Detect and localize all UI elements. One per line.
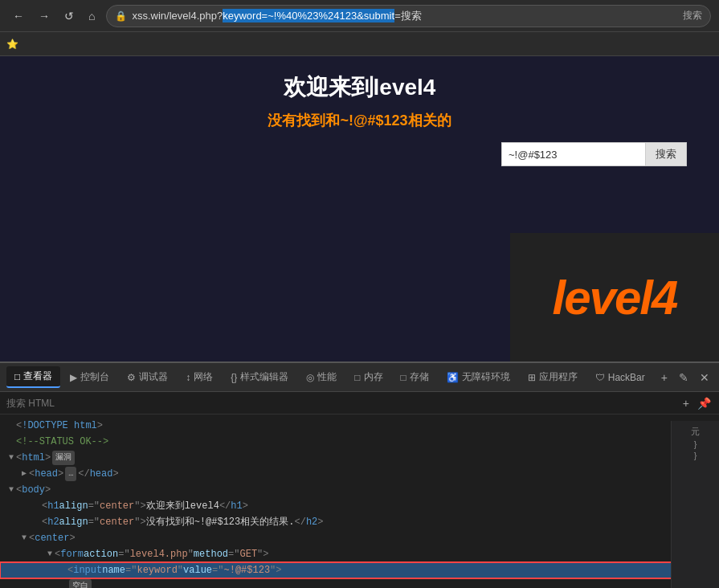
bookmarks-bar: ⭐ xyxy=(0,32,719,56)
tab-hackbar[interactable]: 🛡 HackBar xyxy=(587,369,653,386)
tab-memory[interactable]: □ 内存 xyxy=(346,367,390,387)
search-button[interactable]: 搜索 xyxy=(646,142,687,166)
html-line-h2: <h2 align="center" > 没有找到和~!@#$123相关的结果.… xyxy=(0,514,719,530)
url-suffix: =搜索 xyxy=(394,10,422,22)
accessibility-icon: ♿ xyxy=(447,372,459,383)
url-highlight: keyword=~!%40%23%24123&submit xyxy=(223,9,394,22)
add-button[interactable]: + xyxy=(658,370,671,386)
tab-inspector[interactable]: □ 查看器 xyxy=(6,366,60,388)
tab-network[interactable]: ↕ 网络 xyxy=(178,367,221,387)
search-html-input[interactable] xyxy=(6,398,675,409)
tab-performance[interactable]: ◎ 性能 xyxy=(298,367,345,387)
right-label-1: 元 xyxy=(691,426,700,438)
html-line-body: ▼ <body> xyxy=(0,482,719,498)
browser-chrome: ← → ↺ ⌂ 🔒 xss.win/level4.php?keyword=~!%… xyxy=(0,0,719,32)
devtools-toolbar: □ 查看器 ▶ 控制台 ⚙ 调试器 ↕ 网络 {} 样式编辑器 ◎ 性能 □ 内… xyxy=(0,363,719,392)
back-button[interactable]: ← xyxy=(8,6,29,26)
whitespace-badge[interactable]: 空白 xyxy=(69,579,92,588)
address-bar-container[interactable]: 🔒 xss.win/level4.php?keyword=~!%40%23%24… xyxy=(106,5,711,27)
right-panel: 元 } } xyxy=(671,421,719,588)
tab-console[interactable]: ▶ 控制台 xyxy=(62,367,117,387)
tab-accessibility[interactable]: ♿ 无障碍环境 xyxy=(439,367,518,387)
search-html-actions: + 📌 xyxy=(681,395,713,411)
html-line-form: ▼ <form action="level4.php" method="GET"… xyxy=(0,546,719,562)
html-line-html: ▼ <html> 漏洞 xyxy=(0,450,719,466)
right-label-2: } xyxy=(694,439,697,449)
html-line-h1: <h1 align="center" > 欢迎来到level4 </h1> xyxy=(0,498,719,514)
html-panel: <!DOCTYPE html> <!--STATUS OK--> ▼ <html… xyxy=(0,414,719,588)
address-bar[interactable]: xss.win/level4.php?keyword=~!%40%23%2412… xyxy=(132,9,678,23)
network-icon: ↕ xyxy=(186,372,190,383)
html-badge[interactable]: 漏洞 xyxy=(52,451,75,465)
application-icon: ⊞ xyxy=(528,372,536,383)
pin-button[interactable]: 📌 xyxy=(696,395,713,411)
search-html-bar: + 📌 xyxy=(0,392,719,414)
console-icon: ▶ xyxy=(70,372,77,383)
memory-icon: □ xyxy=(354,372,360,383)
devtools-inner: + 📌 元 } } <!DOCTYPE html> <!--STATUS OK-… xyxy=(0,392,719,588)
html-line-comment: <!--STATUS OK--> xyxy=(0,434,719,450)
settings-button[interactable]: ✎ xyxy=(676,370,692,386)
hackbar-icon: 🛡 xyxy=(595,372,605,383)
page-content: 欢迎来到level4 没有找到和~!@#$123相关的 搜索 level4 xyxy=(0,56,719,361)
tab-debugger[interactable]: ⚙ 调试器 xyxy=(119,367,176,387)
html-line-doctype: <!DOCTYPE html> xyxy=(0,418,719,434)
add-node-button[interactable]: + xyxy=(681,395,691,411)
devtools-panel: □ 查看器 ▶ 控制台 ⚙ 调试器 ↕ 网络 {} 样式编辑器 ◎ 性能 □ 内… xyxy=(0,361,719,588)
keyword-input[interactable] xyxy=(501,142,646,166)
dark-area: level4 xyxy=(510,233,719,361)
forward-button[interactable]: → xyxy=(34,6,55,26)
performance-icon: ◎ xyxy=(306,372,314,383)
tab-style-editor[interactable]: {} 样式编辑器 xyxy=(223,367,296,387)
tab-application[interactable]: ⊞ 应用程序 xyxy=(520,367,586,387)
html-line-center: ▼ <center> xyxy=(0,530,719,546)
html-line-whitespace: 空白 xyxy=(0,578,719,588)
storage-icon: □ xyxy=(401,372,406,383)
lock-icon: 🔒 xyxy=(115,10,127,22)
tab-storage[interactable]: □ 存储 xyxy=(393,367,437,387)
inspector-icon: □ xyxy=(14,371,20,382)
search-nav-button[interactable]: 搜索 xyxy=(683,9,702,22)
right-label-3: } xyxy=(694,451,697,460)
level-logo: level4 xyxy=(553,270,677,325)
bookmarks-label: ⭐ xyxy=(6,39,18,50)
page-subtitle: 没有找到和~!@#$123相关的 xyxy=(32,111,687,130)
nav-buttons: ← → ↺ ⌂ xyxy=(8,6,100,26)
close-devtools-button[interactable]: ✕ xyxy=(697,370,713,386)
search-area: 搜索 xyxy=(501,142,687,166)
devtools-toolbar-right: + ✎ ✕ xyxy=(658,370,713,386)
reload-button[interactable]: ↺ xyxy=(59,6,79,26)
html-line-input-keyword[interactable]: <input name="keyword" value="~!@#$123" > xyxy=(0,562,719,578)
head-expand[interactable]: … xyxy=(65,467,76,481)
url-prefix: xss.win/level4.php? xyxy=(132,10,223,22)
debugger-icon: ⚙ xyxy=(127,372,136,383)
home-button[interactable]: ⌂ xyxy=(84,6,100,26)
style-icon: {} xyxy=(231,372,237,383)
html-line-head: ▶ <head> … </head> xyxy=(0,466,719,482)
page-title: 欢迎来到level4 xyxy=(32,72,687,103)
